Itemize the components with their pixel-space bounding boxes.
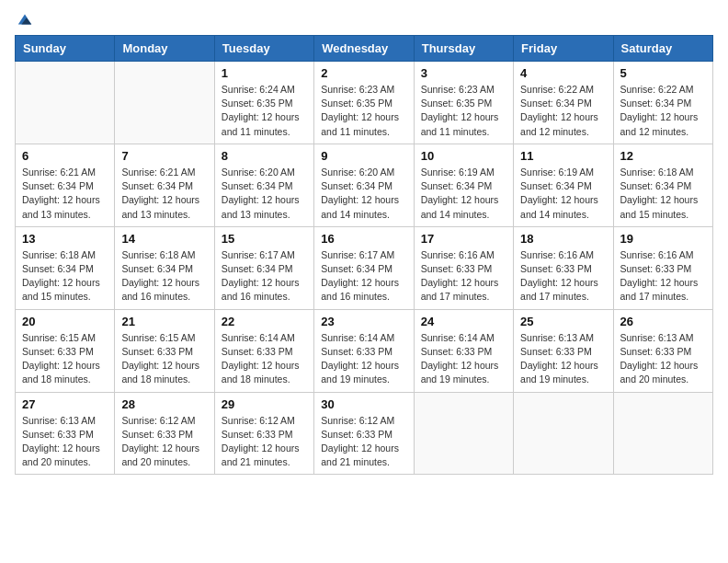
calendar-cell xyxy=(514,392,613,475)
day-number: 29 xyxy=(222,397,307,411)
calendar-cell: 21Sunrise: 6:15 AM Sunset: 6:33 PM Dayli… xyxy=(115,309,214,392)
calendar-cell xyxy=(16,62,115,144)
weekday-header-friday: Friday xyxy=(514,36,613,62)
weekday-header-sunday: Sunday xyxy=(16,36,115,62)
day-info: Sunrise: 6:24 AM Sunset: 6:35 PM Dayligh… xyxy=(222,83,307,139)
day-number: 5 xyxy=(620,66,706,80)
calendar-cell: 12Sunrise: 6:18 AM Sunset: 6:34 PM Dayli… xyxy=(613,144,712,226)
weekday-header-saturday: Saturday xyxy=(613,36,712,62)
day-info: Sunrise: 6:16 AM Sunset: 6:33 PM Dayligh… xyxy=(421,248,506,304)
day-info: Sunrise: 6:19 AM Sunset: 6:34 PM Dayligh… xyxy=(421,166,506,222)
day-number: 20 xyxy=(22,315,108,328)
calendar-cell: 26Sunrise: 6:13 AM Sunset: 6:33 PM Dayli… xyxy=(613,309,712,392)
calendar-cell: 17Sunrise: 6:16 AM Sunset: 6:33 PM Dayli… xyxy=(414,226,513,309)
day-number: 25 xyxy=(520,315,606,328)
day-number: 26 xyxy=(620,315,706,328)
calendar-cell: 30Sunrise: 6:12 AM Sunset: 6:33 PM Dayli… xyxy=(314,392,414,475)
weekday-header-wednesday: Wednesday xyxy=(314,36,414,62)
calendar-cell: 3Sunrise: 6:23 AM Sunset: 6:35 PM Daylig… xyxy=(414,62,513,144)
calendar-cell: 5Sunrise: 6:22 AM Sunset: 6:34 PM Daylig… xyxy=(613,62,712,144)
calendar-cell: 6Sunrise: 6:21 AM Sunset: 6:34 PM Daylig… xyxy=(16,144,115,226)
calendar-cell: 27Sunrise: 6:13 AM Sunset: 6:33 PM Dayli… xyxy=(16,392,115,475)
header xyxy=(15,15,713,26)
day-number: 19 xyxy=(620,232,706,246)
day-number: 21 xyxy=(121,315,207,328)
day-info: Sunrise: 6:22 AM Sunset: 6:34 PM Dayligh… xyxy=(620,83,706,139)
calendar-cell: 16Sunrise: 6:17 AM Sunset: 6:34 PM Dayli… xyxy=(314,226,414,309)
calendar-cell: 28Sunrise: 6:12 AM Sunset: 6:33 PM Dayli… xyxy=(115,392,214,475)
day-number: 10 xyxy=(421,149,506,163)
day-number: 17 xyxy=(421,232,506,246)
day-number: 7 xyxy=(121,149,207,163)
calendar-cell: 11Sunrise: 6:19 AM Sunset: 6:34 PM Dayli… xyxy=(514,144,613,226)
day-number: 3 xyxy=(421,66,506,80)
logo-icon xyxy=(17,11,33,28)
day-info: Sunrise: 6:13 AM Sunset: 6:33 PM Dayligh… xyxy=(22,414,108,470)
day-info: Sunrise: 6:15 AM Sunset: 6:33 PM Dayligh… xyxy=(121,331,207,387)
day-number: 1 xyxy=(222,66,307,80)
day-number: 27 xyxy=(22,397,108,411)
calendar-cell xyxy=(414,392,513,475)
weekday-header-monday: Monday xyxy=(115,36,214,62)
calendar-cell xyxy=(115,62,214,144)
day-number: 4 xyxy=(520,66,606,80)
week-row-4: 20Sunrise: 6:15 AM Sunset: 6:33 PM Dayli… xyxy=(16,309,713,392)
day-info: Sunrise: 6:14 AM Sunset: 6:33 PM Dayligh… xyxy=(321,331,406,387)
calendar-cell: 4Sunrise: 6:22 AM Sunset: 6:34 PM Daylig… xyxy=(514,62,613,144)
calendar-cell: 18Sunrise: 6:16 AM Sunset: 6:33 PM Dayli… xyxy=(514,226,613,309)
day-number: 23 xyxy=(321,315,406,328)
week-row-5: 27Sunrise: 6:13 AM Sunset: 6:33 PM Dayli… xyxy=(16,392,713,475)
calendar-cell: 19Sunrise: 6:16 AM Sunset: 6:33 PM Dayli… xyxy=(613,226,712,309)
week-row-1: 1Sunrise: 6:24 AM Sunset: 6:35 PM Daylig… xyxy=(16,62,713,144)
day-info: Sunrise: 6:17 AM Sunset: 6:34 PM Dayligh… xyxy=(222,248,307,304)
day-number: 2 xyxy=(321,66,406,80)
day-info: Sunrise: 6:23 AM Sunset: 6:35 PM Dayligh… xyxy=(321,83,406,139)
weekday-header-thursday: Thursday xyxy=(414,36,513,62)
day-number: 6 xyxy=(22,149,108,163)
day-info: Sunrise: 6:18 AM Sunset: 6:34 PM Dayligh… xyxy=(22,248,108,304)
day-info: Sunrise: 6:13 AM Sunset: 6:33 PM Dayligh… xyxy=(520,331,606,387)
calendar-cell: 13Sunrise: 6:18 AM Sunset: 6:34 PM Dayli… xyxy=(16,226,115,309)
day-info: Sunrise: 6:20 AM Sunset: 6:34 PM Dayligh… xyxy=(321,166,406,222)
day-info: Sunrise: 6:19 AM Sunset: 6:34 PM Dayligh… xyxy=(520,166,606,222)
day-info: Sunrise: 6:15 AM Sunset: 6:33 PM Dayligh… xyxy=(22,331,108,387)
day-info: Sunrise: 6:14 AM Sunset: 6:33 PM Dayligh… xyxy=(222,331,307,387)
day-info: Sunrise: 6:14 AM Sunset: 6:33 PM Dayligh… xyxy=(421,331,506,387)
day-info: Sunrise: 6:21 AM Sunset: 6:34 PM Dayligh… xyxy=(22,166,108,222)
day-info: Sunrise: 6:12 AM Sunset: 6:33 PM Dayligh… xyxy=(222,414,307,470)
day-number: 8 xyxy=(222,149,307,163)
day-info: Sunrise: 6:16 AM Sunset: 6:33 PM Dayligh… xyxy=(620,248,706,304)
day-number: 30 xyxy=(321,397,406,411)
calendar-cell: 8Sunrise: 6:20 AM Sunset: 6:34 PM Daylig… xyxy=(214,144,313,226)
calendar-cell: 10Sunrise: 6:19 AM Sunset: 6:34 PM Dayli… xyxy=(414,144,513,226)
day-number: 13 xyxy=(22,232,108,246)
day-number: 15 xyxy=(222,232,307,246)
calendar-cell: 23Sunrise: 6:14 AM Sunset: 6:33 PM Dayli… xyxy=(314,309,414,392)
calendar-cell: 1Sunrise: 6:24 AM Sunset: 6:35 PM Daylig… xyxy=(214,62,313,144)
calendar-cell: 20Sunrise: 6:15 AM Sunset: 6:33 PM Dayli… xyxy=(16,309,115,392)
week-row-2: 6Sunrise: 6:21 AM Sunset: 6:34 PM Daylig… xyxy=(16,144,713,226)
calendar-cell: 9Sunrise: 6:20 AM Sunset: 6:34 PM Daylig… xyxy=(314,144,414,226)
calendar-cell xyxy=(613,392,712,475)
day-info: Sunrise: 6:18 AM Sunset: 6:34 PM Dayligh… xyxy=(121,248,207,304)
calendar-cell: 15Sunrise: 6:17 AM Sunset: 6:34 PM Dayli… xyxy=(214,226,313,309)
weekday-header-tuesday: Tuesday xyxy=(214,36,313,62)
calendar-cell: 25Sunrise: 6:13 AM Sunset: 6:33 PM Dayli… xyxy=(514,309,613,392)
day-info: Sunrise: 6:21 AM Sunset: 6:34 PM Dayligh… xyxy=(121,166,207,222)
day-number: 12 xyxy=(620,149,706,163)
day-info: Sunrise: 6:17 AM Sunset: 6:34 PM Dayligh… xyxy=(321,248,406,304)
day-number: 14 xyxy=(121,232,207,246)
day-number: 16 xyxy=(321,232,406,246)
calendar: SundayMondayTuesdayWednesdayThursdayFrid… xyxy=(15,35,713,475)
day-number: 24 xyxy=(421,315,506,328)
calendar-cell: 29Sunrise: 6:12 AM Sunset: 6:33 PM Dayli… xyxy=(214,392,313,475)
weekday-header-row: SundayMondayTuesdayWednesdayThursdayFrid… xyxy=(16,36,713,62)
day-number: 11 xyxy=(520,149,606,163)
day-info: Sunrise: 6:13 AM Sunset: 6:33 PM Dayligh… xyxy=(620,331,706,387)
day-number: 9 xyxy=(321,149,406,163)
calendar-cell: 24Sunrise: 6:14 AM Sunset: 6:33 PM Dayli… xyxy=(414,309,513,392)
calendar-cell: 22Sunrise: 6:14 AM Sunset: 6:33 PM Dayli… xyxy=(214,309,313,392)
day-number: 18 xyxy=(520,232,606,246)
day-number: 28 xyxy=(121,397,207,411)
day-number: 22 xyxy=(222,315,307,328)
